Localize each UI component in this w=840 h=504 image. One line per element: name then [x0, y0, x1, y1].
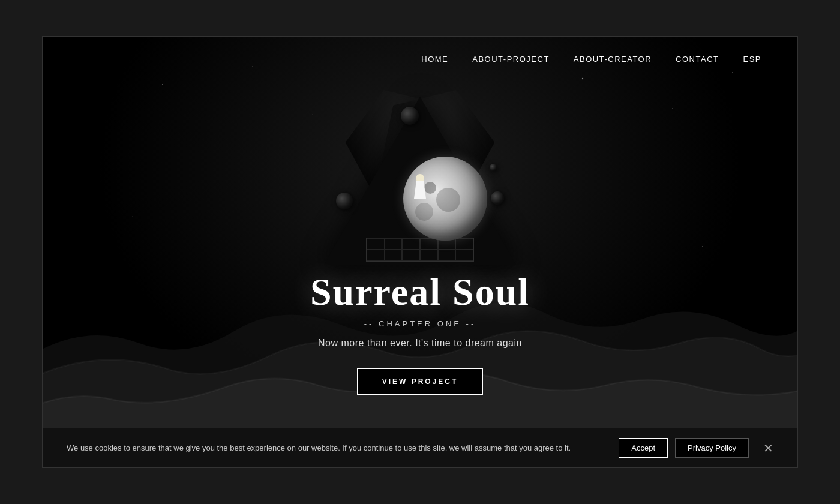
svg-point-3 [672, 108, 673, 109]
cookie-message: We use cookies to ensure that we give yo… [67, 443, 607, 452]
figure-woman [414, 174, 426, 199]
floating-orb-1 [401, 107, 419, 125]
grid-platform [366, 238, 474, 262]
hero-title: Surreal Soul [310, 270, 530, 314]
floating-orb-2 [336, 193, 353, 209]
nav-home[interactable]: HOME [421, 55, 448, 64]
moon-orb [403, 157, 487, 241]
nav-about-project[interactable]: ABOUT-PROJECT [472, 55, 550, 64]
nav-contact[interactable]: CONTACT [676, 55, 719, 64]
hero-chapter: -- CHAPTER ONE -- [364, 319, 476, 328]
hero-subtitle: Now more than ever. It's time to dream a… [318, 338, 522, 349]
cookie-privacy-button[interactable]: Privacy Policy [675, 438, 749, 458]
hero-content: Surreal Soul -- CHAPTER ONE -- Now more … [43, 270, 797, 395]
svg-point-8 [132, 216, 133, 217]
main-nav: HOME ABOUT-PROJECT ABOUT-CREATOR CONTACT… [43, 37, 797, 82]
cookie-actions: Accept Privacy Policy ✕ [619, 438, 773, 458]
view-project-button[interactable]: VIEW PROJECT [357, 368, 484, 395]
nav-about-creator[interactable]: ABOUT-CREATOR [574, 55, 652, 64]
svg-point-0 [162, 84, 163, 85]
hero-background [43, 37, 797, 467]
nav-esp[interactable]: ESP [743, 55, 761, 64]
cookie-accept-button[interactable]: Accept [619, 438, 668, 458]
cookie-close-button[interactable]: ✕ [763, 442, 773, 454]
scene-container [300, 73, 540, 301]
app-window: HOME ABOUT-PROJECT ABOUT-CREATOR CONTACT… [42, 36, 798, 468]
cookie-banner: We use cookies to ensure that we give yo… [43, 428, 797, 467]
floating-orb-4 [490, 164, 497, 171]
